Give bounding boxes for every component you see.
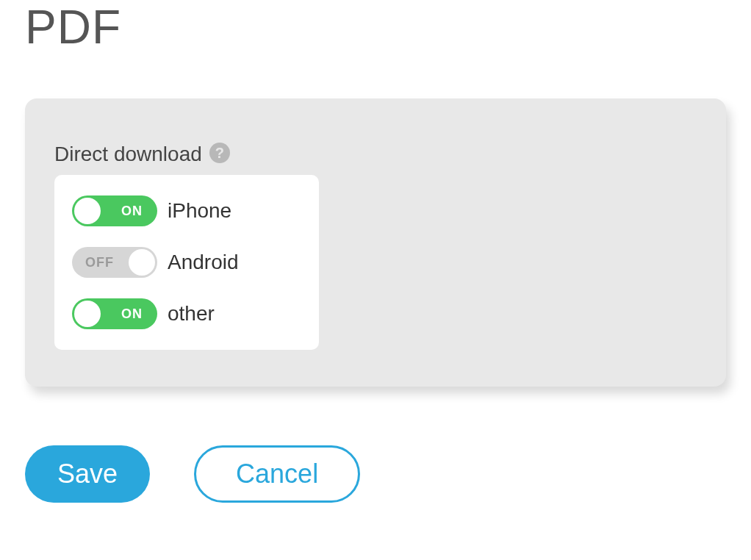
page-title: PDF (25, 0, 751, 54)
save-button[interactable]: Save (25, 445, 150, 503)
cancel-button[interactable]: Cancel (194, 445, 360, 503)
toggle-knob (74, 301, 101, 327)
toggle-label-android: Android (168, 251, 239, 274)
section-label: Direct download (54, 143, 202, 166)
toggle-state-label: ON (121, 204, 143, 219)
toggle-iphone[interactable]: ON (72, 195, 157, 226)
toggle-state-label: ON (121, 306, 143, 322)
toggle-state-label: OFF (85, 255, 114, 270)
toggle-row-iphone: ON iPhone (72, 195, 301, 226)
toggle-knob (74, 198, 101, 224)
toggle-row-other: ON other (72, 298, 301, 329)
toggle-row-android: OFF Android (72, 247, 301, 278)
toggle-label-other: other (168, 302, 215, 326)
section-header: Direct download ? (54, 143, 726, 166)
settings-card: Direct download ? ON iPhone OFF Android … (25, 98, 726, 387)
help-icon[interactable]: ? (209, 143, 230, 163)
toggle-other[interactable]: ON (72, 298, 157, 329)
button-row: Save Cancel (25, 445, 751, 503)
toggle-panel: ON iPhone OFF Android ON other (54, 175, 319, 350)
toggle-label-iphone: iPhone (168, 199, 231, 223)
toggle-android[interactable]: OFF (72, 247, 157, 278)
toggle-knob (129, 249, 155, 276)
